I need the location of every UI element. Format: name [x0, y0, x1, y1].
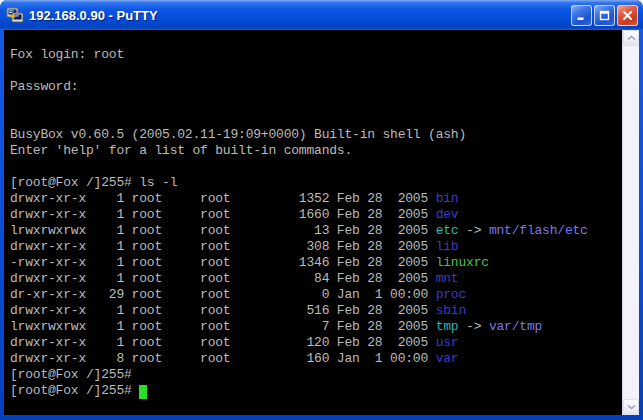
terminal-screen[interactable]: Fox login: root Password: BusyBox v0.60.…	[4, 30, 622, 415]
chevron-down-icon	[627, 404, 636, 410]
terminal-line: [root@Fox /]255#	[10, 367, 622, 383]
window-title: 192.168.0.90 - PuTTY	[29, 8, 571, 23]
putty-terminals-icon[interactable]	[6, 7, 24, 23]
close-button[interactable]	[617, 5, 638, 26]
terminal-line: Password:	[10, 79, 622, 95]
maximize-button[interactable]	[594, 5, 615, 26]
terminal-line: [root@Fox /]255#	[10, 383, 622, 399]
window-body: Fox login: root Password: BusyBox v0.60.…	[0, 30, 643, 420]
close-icon	[622, 10, 633, 21]
terminal-line: lrwxrwxrwx 1 root root 13 Feb 28 2005 et…	[10, 223, 622, 239]
terminal-line: drwxr-xr-x 1 root root 1352 Feb 28 2005 …	[10, 191, 622, 207]
putty-window: 192.168.0.90 - PuTTY Fox login:	[0, 0, 643, 420]
scroll-up-button[interactable]	[623, 30, 639, 46]
minimize-icon	[576, 10, 587, 21]
terminal-line	[10, 63, 622, 79]
terminal-line: BusyBox v0.60.5 (2005.02.11-19:09+0000) …	[10, 127, 622, 143]
title-bar[interactable]: 192.168.0.90 - PuTTY	[0, 0, 643, 30]
scroll-down-button[interactable]	[623, 399, 639, 415]
scrollbar[interactable]	[622, 30, 639, 415]
terminal-line: drwxr-xr-x 1 root root 84 Feb 28 2005 mn…	[10, 271, 622, 287]
terminal-line: drwxr-xr-x 1 root root 1660 Feb 28 2005 …	[10, 207, 622, 223]
terminal-line: Enter 'help' for a list of built-in comm…	[10, 143, 622, 159]
terminal-line: lrwxrwxrwx 1 root root 7 Feb 28 2005 tmp…	[10, 319, 622, 335]
terminal-line: drwxr-xr-x 1 root root 516 Feb 28 2005 s…	[10, 303, 622, 319]
terminal-cursor	[139, 385, 147, 399]
minimize-button[interactable]	[571, 5, 592, 26]
terminal-line	[10, 31, 622, 47]
terminal-line: Fox login: root	[10, 47, 622, 63]
terminal-line	[10, 111, 622, 127]
maximize-icon	[599, 10, 610, 21]
chevron-up-icon	[627, 35, 636, 41]
terminal-line: drwxr-xr-x 1 root root 120 Feb 28 2005 u…	[10, 335, 622, 351]
terminal-output: Fox login: root Password: BusyBox v0.60.…	[10, 31, 622, 399]
terminal-line	[10, 95, 622, 111]
terminal-line	[10, 159, 622, 175]
terminal-line: [root@Fox /]255# ls -l	[10, 175, 622, 191]
terminal-line: -rwxr-xr-x 1 root root 1346 Feb 28 2005 …	[10, 255, 622, 271]
terminal-line: dr-xr-xr-x 29 root root 0 Jan 1 00:00 pr…	[10, 287, 622, 303]
terminal-line: drwxr-xr-x 1 root root 308 Feb 28 2005 l…	[10, 239, 622, 255]
terminal-line: drwxr-xr-x 8 root root 160 Jan 1 00:00 v…	[10, 351, 622, 367]
